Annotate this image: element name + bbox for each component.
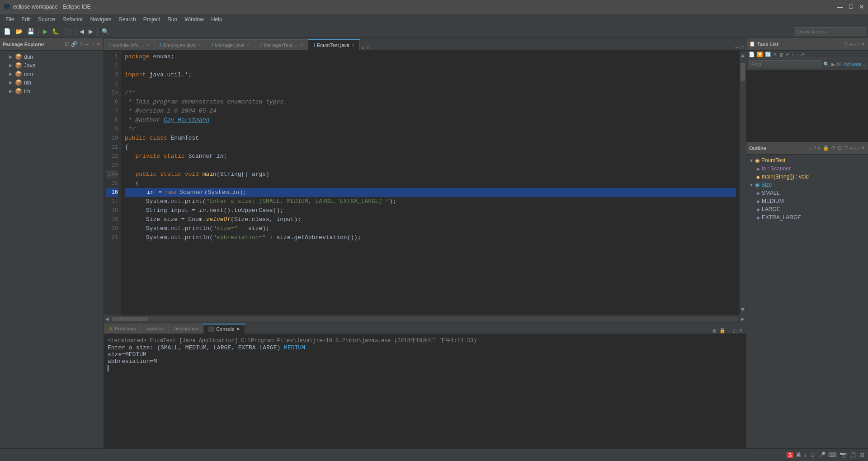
task-delete-button[interactable]: ✕ [773,52,778,57]
tab-close-enumtest[interactable]: ✕ [351,43,355,48]
scroll-down-button[interactable]: ▼ [740,305,745,315]
collapse-all-button[interactable]: ⊟ [64,41,69,47]
outline-item-size[interactable]: ▼ ◉ Size [746,181,868,189]
tab-close-console[interactable]: ✕ [236,326,240,332]
tab-declaration[interactable]: Declaration [169,324,203,334]
outline-hide-static[interactable]: s [817,146,821,151]
task-down-button[interactable]: ↓ [796,52,799,57]
task-refresh-button[interactable]: 🔄 [764,52,772,57]
code-editor[interactable]: 1 2 3 4 5⊖ 6 7 8 9 10 11 12 13 14⊖ 15 16 [104,51,746,315]
task-list-minimize[interactable]: ─ [849,42,854,47]
menu-run[interactable]: Run [164,15,181,24]
tree-item-trh[interactable]: ▶ 📦 trh [0,87,104,95]
toolbar-new[interactable]: 📄 [2,27,13,36]
taskbar-sogou-icon[interactable]: S [787,452,793,458]
outline-maximize[interactable]: □ [855,146,859,151]
taskbar-keyboard-icon[interactable]: ⌨ [828,452,837,458]
tab-close-manager[interactable]: ✕ [246,42,250,47]
taskbar-mic-icon[interactable]: 🎤 [818,452,826,458]
tab-module-info[interactable]: J module-info.... ✕ [104,39,155,50]
tab-close-module-info[interactable]: ✕ [146,42,150,47]
editor-view-menu[interactable]: ▽ [366,44,370,50]
outline-minimize[interactable]: ─ [849,146,854,151]
task-list-activate[interactable]: Activate... [844,61,865,67]
task-mark-done-button[interactable]: ✔ [785,52,790,57]
tab-problems[interactable]: ⚠ Problems [104,324,141,334]
toolbar-run[interactable]: ▶ [41,27,49,36]
outline-menu[interactable]: ▽ [844,145,848,151]
hscroll-thumb[interactable] [112,317,148,321]
outline-hide-fields[interactable]: f [814,146,816,151]
scroll-thumb[interactable] [741,63,745,81]
toolbar-open[interactable]: 📂 [14,27,24,36]
outline-item-extra-large[interactable]: ◆ EXTRA_LARGE [746,213,868,221]
minimize-button[interactable]: — [837,3,843,10]
menu-edit[interactable]: Edit [18,15,34,24]
outline-item-small[interactable]: ◆ SMALL [746,189,868,197]
outline-item-enumtest[interactable]: ▼ ◉ EnumTest [746,156,868,165]
taskbar-camera-icon[interactable]: 📷 [840,452,847,458]
toolbar-forward[interactable]: ▶ [87,27,95,36]
menu-help[interactable]: Help [208,15,226,24]
menu-project[interactable]: Project [140,15,164,24]
task-new-button[interactable]: 📄 [748,52,755,57]
tab-enumtest[interactable]: J EnumTest.java ✕ [308,39,360,50]
task-list-all-filter[interactable]: ▶ All [831,61,842,67]
outline-close[interactable]: ✕ [860,145,865,151]
taskbar-emoji-icon[interactable]: ☺ [810,452,816,458]
task-filter-button[interactable]: 🔽 [756,52,764,57]
tab-close-employee[interactable]: ✕ [198,42,201,47]
tree-item-mm[interactable]: ▶ 📦 mm [0,70,104,78]
editor-scrollbar[interactable]: ▲ ▼ [740,51,746,315]
task-up-button[interactable]: ↑ [791,52,795,57]
toolbar-back[interactable]: ◀ [78,27,86,36]
task-go-to-button[interactable]: ↗ [800,52,805,57]
outline-item-main[interactable]: ◆ main(String[]) : void [746,173,868,181]
task-delete-all-button[interactable]: 🗑 [778,52,784,57]
tab-close-managertest[interactable]: ✕ [300,42,303,47]
close-panel-button[interactable]: ✕ [96,41,101,47]
close-button[interactable]: ✕ [859,3,864,10]
code-content[interactable]: package enums; import java.util.*; /** *… [121,51,740,315]
menu-window[interactable]: Window [181,15,208,24]
tab-managertest[interactable]: J ManagerTest.... ✕ [255,39,308,50]
view-menu-button[interactable]: ▽ [79,41,84,47]
minimize-panel-button[interactable]: ─ [85,42,90,47]
tree-item-nin[interactable]: ▶ 📦 nin [0,78,104,87]
task-list-menu[interactable]: ▽ [844,41,848,47]
task-list-maximize[interactable]: □ [855,42,859,47]
horizontal-scrollbar[interactable]: ◀ ▶ [104,315,746,322]
tree-item-java[interactable]: ▶ 📦 Java [0,61,104,70]
menu-refactor[interactable]: Refactor [59,15,86,24]
outline-sync-button[interactable]: ⟳ [831,145,836,151]
overflow-tabs-button[interactable]: » [362,45,364,50]
menu-navigate[interactable]: Navigate [86,15,115,24]
quick-access-input[interactable] [794,27,866,36]
menu-file[interactable]: File [2,15,18,24]
outline-hide-nonpublic[interactable]: 🔒 [822,145,830,151]
tab-console[interactable]: ⬛ Console ✕ [203,324,245,334]
menu-search[interactable]: Search [115,15,140,24]
tree-item-dun[interactable]: ▶ 📦 dun [0,52,104,61]
console-maximize-button[interactable]: □ [733,328,737,334]
outline-item-in[interactable]: ◆ in : Scanner [746,165,868,173]
menu-source[interactable]: Source [34,15,59,24]
toolbar-save[interactable]: 💾 [25,27,36,36]
outline-sort-button[interactable]: ↕ [809,146,812,151]
console-clear-button[interactable]: 🗑 [712,328,717,334]
hscroll-right[interactable]: ▶ [740,316,746,321]
tab-employee[interactable]: J Employee.java ✕ [155,39,206,50]
outline-item-large[interactable]: ◆ LARGE [746,205,868,213]
link-editor-button[interactable]: 🔗 [71,41,78,47]
editor-maximize-button[interactable]: □ [740,45,744,50]
task-list-find-input[interactable] [749,60,821,68]
taskbar-sound-icon[interactable]: ♪ [804,452,807,458]
taskbar-music-icon[interactable]: 🎵 [849,452,857,458]
toolbar-search[interactable]: 🔍 [100,27,111,36]
editor-minimize-button[interactable]: ─ [735,45,740,50]
taskbar-game-icon[interactable]: ⊞ [859,452,864,458]
tab-javadoc[interactable]: Javadoc [141,324,169,334]
taskbar-ime-label[interactable]: 英 [796,452,801,458]
task-list-close[interactable]: ✕ [860,41,865,47]
outline-item-medium[interactable]: ◆ MEDIUM [746,197,868,205]
